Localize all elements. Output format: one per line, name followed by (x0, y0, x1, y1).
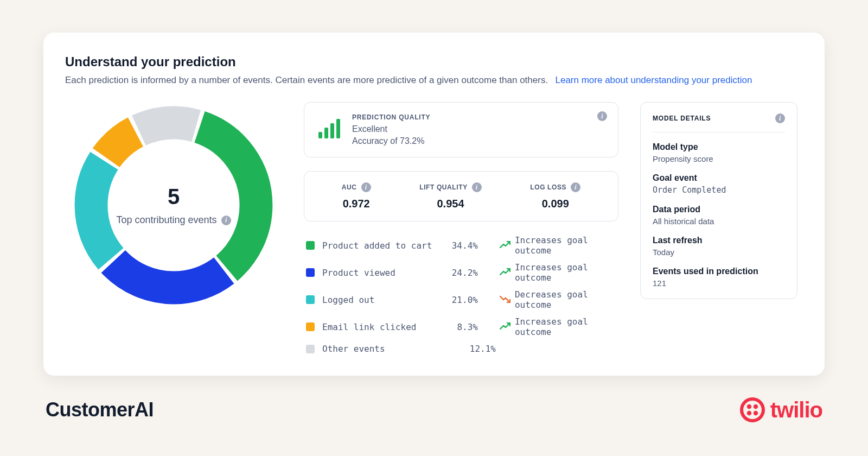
legend-percent: 34.4% (444, 240, 478, 251)
logloss-value: 0.099 (530, 198, 580, 210)
svg-point-4 (742, 399, 763, 421)
model-detail-value: Propensity score (653, 154, 785, 163)
auc-value: 0.972 (342, 198, 371, 210)
page-title: Understand your prediction (65, 54, 797, 69)
model-details-heading: MODEL DETAILS (653, 115, 711, 122)
legend-name: Other events (322, 344, 458, 354)
prediction-card: Understand your prediction Each predicti… (43, 33, 825, 376)
svg-rect-3 (336, 119, 340, 138)
info-icon[interactable]: i (221, 216, 231, 225)
prediction-quality-panel: i PREDICTION QUALITY Excellent Accur (304, 102, 618, 157)
model-detail-value: Order Completed (653, 185, 785, 195)
donut-chart: 5 Top contributing events i (65, 102, 282, 308)
legend-row: Logged out21.0%Decreases goal outcome (306, 289, 616, 310)
info-icon[interactable]: i (775, 113, 785, 123)
lift-value: 0.954 (419, 198, 482, 210)
learn-more-link[interactable]: Learn more about understanding your pred… (556, 75, 752, 85)
trend-up-icon (500, 322, 510, 332)
legend-swatch (306, 241, 315, 250)
legend-effect: Increases goal outcome (500, 262, 616, 283)
svg-rect-0 (318, 132, 322, 138)
legend-percent: 12.1% (458, 344, 496, 354)
legend-row: Other events12.1% (306, 344, 616, 354)
model-detail-key: Goal event (653, 173, 785, 183)
model-detail-key: Last refresh (653, 236, 785, 245)
prediction-quality-value: Excellent (352, 124, 430, 134)
legend-swatch (306, 295, 315, 304)
logloss-label: LOG LOSS (530, 183, 566, 191)
svg-rect-2 (330, 123, 334, 138)
model-detail-item: Data periodAll historical data (653, 205, 785, 226)
trend-up-icon (500, 268, 510, 278)
model-detail-value: Today (653, 248, 785, 257)
svg-point-5 (747, 404, 751, 409)
model-detail-key: Model type (653, 142, 785, 152)
legend-name: Email link clicked (322, 322, 444, 332)
legend-effect-text: Decreases goal outcome (515, 289, 616, 310)
model-details-panel: MODEL DETAILS i Model typePropensity sco… (640, 102, 797, 299)
legend-row: Product viewed24.2%Increases goal outcom… (306, 262, 616, 283)
model-detail-value: 121 (653, 278, 785, 288)
legend-percent: 8.3% (444, 322, 478, 332)
prediction-quality-heading: PREDICTION QUALITY (352, 113, 430, 121)
model-detail-item: Last refreshToday (653, 236, 785, 257)
legend-row: Product added to cart34.4%Increases goal… (306, 235, 616, 256)
metrics-panel: AUC i 0.972 LIFT QUALITY i 0.954 (304, 171, 618, 221)
footer: CustomerAI twilio (43, 397, 825, 422)
legend-percent: 21.0% (444, 295, 478, 305)
legend-swatch (306, 268, 315, 277)
twilio-icon (740, 397, 765, 422)
legend-effect: Increases goal outcome (500, 235, 616, 256)
model-detail-value: All historical data (653, 217, 785, 226)
legend-percent: 24.2% (444, 268, 478, 278)
model-detail-item: Events used in prediction121 (653, 267, 785, 288)
legend-effect-text: Increases goal outcome (515, 262, 616, 283)
prediction-accuracy: Accuracy of 73.2% (352, 136, 430, 146)
page-subtitle-row: Each prediction is informed by a number … (65, 75, 797, 86)
signal-bars-icon (317, 119, 341, 141)
info-icon[interactable]: i (597, 111, 607, 121)
info-icon[interactable]: i (361, 182, 371, 192)
svg-point-6 (754, 404, 758, 409)
lift-label: LIFT QUALITY (419, 183, 468, 191)
model-detail-key: Events used in prediction (653, 267, 785, 276)
legend-name: Product viewed (322, 268, 444, 278)
auc-label: AUC (342, 183, 357, 191)
model-detail-item: Goal eventOrder Completed (653, 173, 785, 195)
legend-effect: Increases goal outcome (500, 316, 616, 337)
legend-swatch (306, 345, 315, 353)
legend-name: Product added to cart (322, 240, 444, 251)
legend-swatch (306, 322, 315, 331)
legend-effect: Decreases goal outcome (500, 289, 616, 310)
model-detail-item: Model typePropensity score (653, 142, 785, 163)
svg-point-8 (754, 411, 758, 415)
page-subtitle: Each prediction is informed by a number … (65, 75, 548, 85)
legend-row: Email link clicked8.3%Increases goal out… (306, 316, 616, 337)
customerai-logo: CustomerAI (46, 398, 154, 421)
donut-center-label: Top contributing events (116, 214, 216, 226)
twilio-wordmark: twilio (770, 398, 822, 422)
contributing-events-legend: Product added to cart34.4%Increases goal… (304, 235, 618, 354)
legend-effect-text: Increases goal outcome (515, 235, 616, 256)
legend-name: Logged out (322, 295, 444, 305)
info-icon[interactable]: i (472, 182, 482, 192)
trend-down-icon (500, 295, 510, 305)
legend-effect-text: Increases goal outcome (515, 316, 616, 337)
trend-up-icon (500, 240, 510, 251)
donut-center-count: 5 (168, 185, 180, 209)
svg-rect-1 (324, 128, 328, 138)
twilio-logo: twilio (740, 397, 822, 422)
info-icon[interactable]: i (571, 182, 580, 192)
svg-point-7 (747, 411, 751, 415)
model-detail-key: Data period (653, 205, 785, 214)
